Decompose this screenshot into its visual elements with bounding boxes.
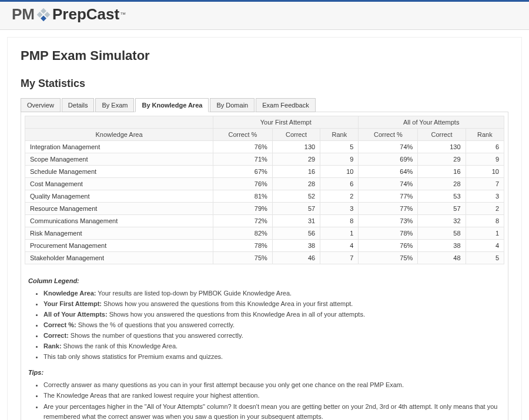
table-row: Quality Management81%52277%533	[25, 190, 504, 203]
col-header-blank	[25, 116, 213, 129]
cell-all-rank: 9	[466, 153, 504, 166]
cell-all-correct: 28	[418, 178, 466, 190]
cell-first-pct: 79%	[213, 203, 273, 215]
cell-all-correct: 53	[418, 190, 466, 203]
cell-first-rank: 7	[320, 252, 359, 264]
tab-by-exam[interactable]: By Exam	[95, 98, 134, 112]
cell-all-pct: 73%	[359, 215, 418, 227]
cell-all-rank: 1	[466, 227, 504, 240]
cell-all-correct: 29	[418, 153, 466, 166]
cell-all-correct: 38	[418, 240, 466, 252]
tab-details[interactable]: Details	[62, 98, 95, 112]
cell-all-pct: 74%	[359, 178, 418, 190]
cell-all-rank: 5	[466, 252, 504, 264]
tab-by-knowledge-area[interactable]: By Knowledge Area	[135, 98, 209, 112]
legend-title: Column Legend:	[28, 276, 501, 286]
cell-all-correct: 48	[418, 252, 466, 264]
tips-title: Tips:	[28, 368, 501, 378]
cell-all-rank: 10	[466, 166, 504, 178]
cell-all-correct: 32	[418, 215, 466, 227]
cell-all-correct: 58	[418, 227, 466, 240]
cell-first-pct: 78%	[213, 240, 273, 252]
cell-first-correct: 57	[272, 203, 320, 215]
cell-first-correct: 28	[272, 178, 320, 190]
svg-rect-3	[41, 15, 46, 21]
section-title: My Statistics	[21, 78, 508, 90]
legend-item: Knowledge Area: Your results are listed …	[43, 288, 501, 298]
logo-prepcast-text: PrepCast	[52, 5, 119, 23]
cell-first-correct: 52	[272, 190, 320, 203]
cell-first-rank: 8	[320, 215, 359, 227]
table-row: Risk Management82%56178%581	[25, 227, 504, 240]
cell-ka: Stakeholder Management	[25, 252, 213, 264]
svg-rect-2	[37, 12, 43, 18]
col-header-all-correct: Correct	[418, 129, 466, 141]
cell-all-rank: 4	[466, 240, 504, 252]
cell-ka: Procurement Management	[25, 240, 213, 252]
diamond-icon	[36, 7, 51, 22]
cell-ka: Communications Management	[25, 215, 213, 227]
cell-ka: Quality Management	[25, 190, 213, 203]
table-row: Resource Management79%57377%572	[25, 203, 504, 215]
cell-first-correct: 29	[272, 153, 320, 166]
cell-first-pct: 82%	[213, 227, 273, 240]
cell-first-pct: 81%	[213, 190, 273, 203]
cell-ka: Schedule Management	[25, 166, 213, 178]
cell-first-rank: 6	[320, 178, 359, 190]
cell-all-pct: 76%	[359, 240, 418, 252]
cell-all-pct: 74%	[359, 141, 418, 153]
cell-ka: Integration Management	[25, 141, 213, 153]
col-header-first-pct: Correct %	[213, 129, 273, 141]
page-root: PM PrepCast ™ PMP Exam Simulator My Stat…	[0, 0, 529, 420]
group-header-all: All of Your Attempts	[359, 116, 504, 129]
cell-all-rank: 6	[466, 141, 504, 153]
cell-all-rank: 2	[466, 203, 504, 215]
col-header-first-rank: Rank	[320, 129, 359, 141]
table-row: Cost Management76%28674%287	[25, 178, 504, 190]
cell-first-correct: 46	[272, 252, 320, 264]
table-row: Communications Management72%31873%328	[25, 215, 504, 227]
content-area: PMP Exam Simulator My Statistics Overvie…	[7, 37, 522, 420]
legend-item: Your First Attempt: Shows how you answer…	[43, 299, 501, 309]
cell-first-pct: 75%	[213, 252, 273, 264]
cell-all-pct: 77%	[359, 190, 418, 203]
legend-list: Knowledge Area: Your results are listed …	[28, 288, 501, 362]
col-header-all-pct: Correct %	[359, 129, 418, 141]
logo-pm-text: PM	[12, 5, 35, 23]
legend-item: Correct %: Shows the % of questions that…	[43, 320, 501, 330]
cell-first-correct: 16	[272, 166, 320, 178]
legend-item: This tab only shows statistics for Premi…	[43, 352, 501, 362]
logo-tm: ™	[120, 11, 126, 18]
svg-rect-0	[41, 8, 46, 14]
tabs: OverviewDetailsBy ExamBy Knowledge AreaB…	[21, 98, 508, 112]
page-title: PMP Exam Simulator	[21, 48, 508, 63]
tip-item: Are your percentages higher in the "All …	[43, 402, 501, 420]
cell-all-rank: 8	[466, 215, 504, 227]
cell-all-correct: 130	[418, 141, 466, 153]
cell-first-pct: 72%	[213, 215, 273, 227]
cell-first-rank: 9	[320, 153, 359, 166]
cell-all-pct: 78%	[359, 227, 418, 240]
table-row: Procurement Management78%38476%384	[25, 240, 504, 252]
tab-exam-feedback[interactable]: Exam Feedback	[256, 98, 315, 112]
cell-all-pct: 75%	[359, 252, 418, 264]
cell-first-rank: 4	[320, 240, 359, 252]
cell-first-correct: 56	[272, 227, 320, 240]
topbar: PM PrepCast ™	[0, 2, 529, 30]
tips-list: Correctly answer as many questions as yo…	[28, 380, 501, 420]
col-header-all-rank: Rank	[466, 129, 504, 141]
cell-first-rank: 2	[320, 190, 359, 203]
cell-all-rank: 3	[466, 190, 504, 203]
table-row: Schedule Management67%161064%1610	[25, 166, 504, 178]
tab-overview[interactable]: Overview	[21, 98, 61, 112]
tab-by-domain[interactable]: By Domain	[210, 98, 255, 112]
cell-all-pct: 64%	[359, 166, 418, 178]
cell-first-rank: 5	[320, 141, 359, 153]
tab-panel: Your First Attempt All of Your Attempts …	[21, 112, 508, 420]
col-header-ka: Knowledge Area	[25, 129, 213, 141]
cell-all-correct: 16	[418, 166, 466, 178]
table-row: Stakeholder Management75%46775%485	[25, 252, 504, 264]
cell-all-pct: 69%	[359, 153, 418, 166]
cell-all-correct: 57	[418, 203, 466, 215]
cell-first-correct: 130	[272, 141, 320, 153]
